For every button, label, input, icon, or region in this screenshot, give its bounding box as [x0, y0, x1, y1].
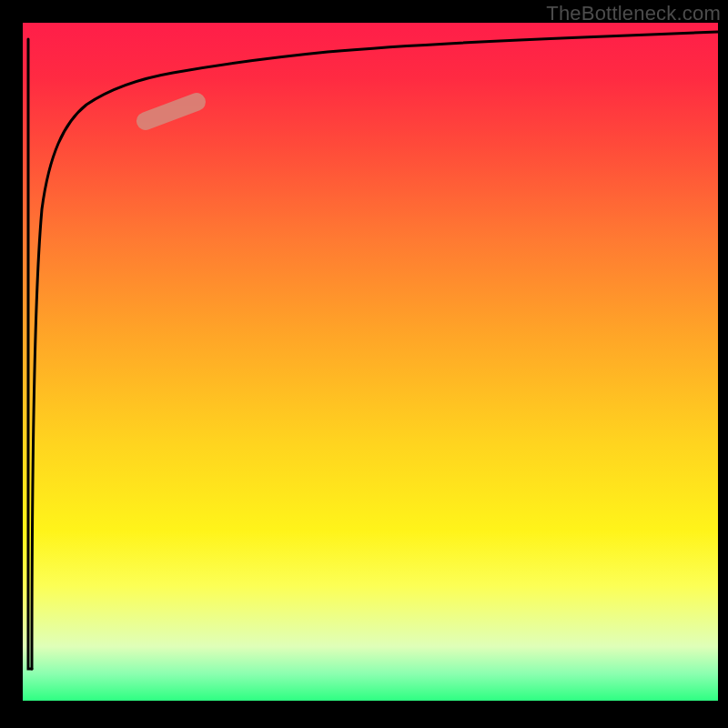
attribution-label: TheBottleneck.com [546, 2, 721, 25]
plot-background-gradient [23, 23, 718, 701]
chart-frame: TheBottleneck.com [0, 0, 728, 728]
